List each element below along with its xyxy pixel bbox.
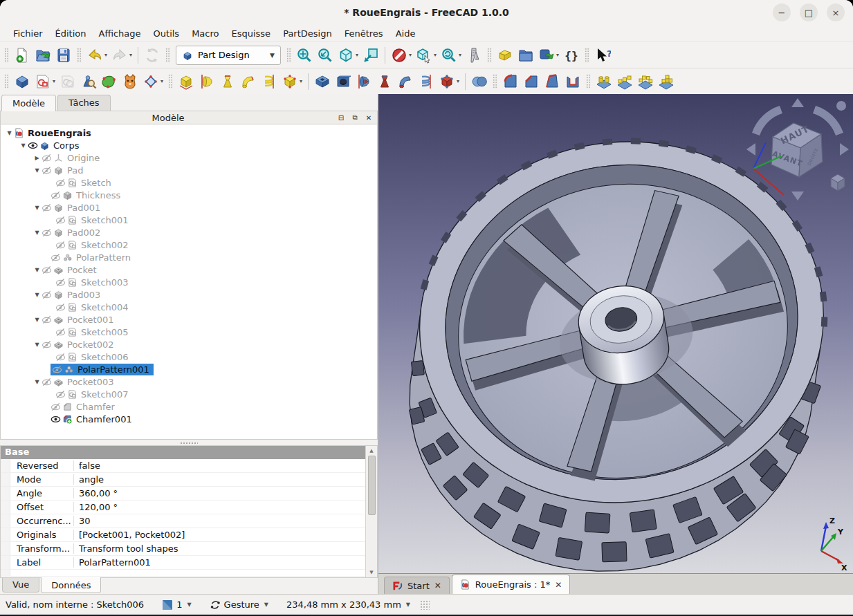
- expander-icon[interactable]: ▼: [33, 267, 42, 273]
- thickness-button[interactable]: [562, 71, 583, 92]
- whats-this-button[interactable]: ?: [592, 45, 613, 66]
- menu-outils[interactable]: Outils: [147, 26, 186, 41]
- tab-start[interactable]: Start ✕: [384, 577, 450, 594]
- fit-selection-button[interactable]: [315, 45, 336, 66]
- navigation-style-selector[interactable]: Gesture ▼: [210, 599, 268, 610]
- menu-affichage[interactable]: Affichage: [92, 26, 147, 41]
- property-value[interactable]: PolarPattern001: [74, 557, 365, 568]
- workbench-selector[interactable]: Part Design ▼: [176, 46, 281, 65]
- tree-item-pad001[interactable]: ▼Pad001: [1, 201, 377, 214]
- polar-pattern-button[interactable]: [635, 71, 656, 92]
- toolbar-grip[interactable]: [165, 48, 170, 63]
- isometric-view-button[interactable]: [336, 45, 356, 66]
- tree-item-pad002[interactable]: ▼Pad002: [1, 226, 377, 239]
- subtractive-pipe-button[interactable]: [395, 71, 416, 92]
- dock-shade-button[interactable]: ⊟: [336, 113, 347, 122]
- tree-item-polarpattern[interactable]: PolarPattern: [1, 251, 377, 263]
- menu-edition[interactable]: Édition: [49, 26, 93, 41]
- expander-icon[interactable]: ▼: [33, 379, 42, 385]
- tree-item-corps[interactable]: ▼Corps: [1, 139, 377, 151]
- menu-macro[interactable]: Macro: [185, 26, 225, 41]
- pad-button[interactable]: [176, 71, 196, 92]
- property-scrollbar[interactable]: ▲ ▼: [365, 446, 377, 577]
- hole-button[interactable]: [333, 71, 354, 92]
- scroll-down-icon[interactable]: ▼: [369, 568, 373, 577]
- tree-item-thickness[interactable]: Thickness: [1, 189, 377, 201]
- property-value[interactable]: angle: [74, 474, 365, 485]
- layer-selector[interactable]: 1 ▼: [162, 599, 191, 610]
- undo-dropdown[interactable]: ▾: [104, 52, 107, 58]
- refresh-button[interactable]: [142, 45, 163, 66]
- menu-aide[interactable]: Aide: [389, 26, 422, 41]
- subtractive-primitive-button[interactable]: [437, 71, 457, 92]
- tree-item-sketch005[interactable]: Sketch005: [1, 326, 377, 338]
- additive-primitive-dropdown[interactable]: ▾: [300, 78, 302, 84]
- tab-vue[interactable]: Vue: [2, 578, 39, 592]
- datum-dropdown[interactable]: ▾: [160, 78, 163, 84]
- tree-item-pocket003[interactable]: ▼Pocket003: [1, 375, 377, 388]
- view-dropdown[interactable]: ▾: [356, 52, 358, 58]
- property-group-header[interactable]: Base: [1, 446, 365, 459]
- expander-icon[interactable]: ▼: [33, 317, 42, 323]
- make-link-button[interactable]: [536, 45, 557, 66]
- tree-item-pad003[interactable]: ▼Pad003: [1, 288, 377, 301]
- tree-item-document[interactable]: ▼RoueEngrais: [1, 127, 377, 139]
- dock-float-button[interactable]: ⧉: [349, 113, 360, 122]
- edit-sketch-button[interactable]: [57, 71, 78, 92]
- linear-pattern-button[interactable]: [614, 71, 635, 92]
- dock-splitter[interactable]: [0, 440, 378, 445]
- rotate-left-arrow[interactable]: [752, 106, 782, 136]
- undo-button[interactable]: [84, 45, 105, 66]
- mirrored-button[interactable]: [594, 71, 614, 92]
- toolbar-grip[interactable]: [286, 48, 291, 63]
- tree-item-pad[interactable]: ▼Pad: [1, 164, 377, 176]
- tree-item-sketch003[interactable]: Sketch003: [1, 276, 377, 288]
- go-to-linked-object-button[interactable]: [360, 45, 381, 66]
- property-value[interactable]: 30: [74, 516, 365, 526]
- multitransform-button[interactable]: [656, 71, 677, 92]
- toolbar-grip[interactable]: [4, 48, 9, 63]
- draw-style-dropdown[interactable]: ▾: [434, 52, 437, 58]
- tab-roueengrais[interactable]: RoueEngrais : 1* ✕: [452, 575, 571, 594]
- create-shapebinder-button[interactable]: [120, 71, 140, 92]
- tab-close-icon[interactable]: ✕: [555, 580, 562, 590]
- expander-icon[interactable]: ▼: [33, 292, 42, 298]
- 3d-view-container[interactable]: HAUT AVANT DROITE: [378, 94, 853, 573]
- revolution-button[interactable]: [196, 71, 217, 92]
- tilt-down-arrow[interactable]: [791, 192, 804, 200]
- rotate-view-dropdown[interactable]: ▾: [459, 52, 461, 58]
- additive-pipe-button[interactable]: [238, 71, 259, 92]
- rotate-view-button[interactable]: [439, 45, 459, 66]
- expander-icon[interactable]: ▼: [19, 142, 28, 149]
- scrollbar-thumb[interactable]: [368, 456, 376, 515]
- dock-close-button[interactable]: ✕: [363, 113, 374, 122]
- scroll-up-icon[interactable]: ▲: [369, 446, 373, 456]
- draw-style-button[interactable]: [414, 45, 434, 66]
- minimize-button[interactable]: −: [773, 3, 791, 21]
- subtractive-loft-button[interactable]: [374, 71, 395, 92]
- tree-item-pocket002[interactable]: ▼Pocket002: [1, 338, 377, 351]
- expander-icon[interactable]: ▼: [33, 342, 42, 348]
- property-value[interactable]: Transform tool shapes: [74, 543, 365, 554]
- create-group-button[interactable]: [515, 45, 536, 66]
- pan-left-arrow[interactable]: [746, 143, 755, 156]
- tree-item-sketch001[interactable]: Sketch001: [1, 214, 377, 226]
- property-value[interactable]: 120,00 °: [74, 502, 365, 512]
- freecad-nav-dot[interactable]: [836, 101, 846, 111]
- navigation-cube[interactable]: HAUT AVANT DROITE: [745, 97, 850, 202]
- model-tree[interactable]: ▼RoueEngrais ▼Corps ▶Origine ▼Pad Sketch…: [0, 124, 378, 440]
- validate-sketch-button[interactable]: [78, 71, 99, 92]
- expression-editor-button[interactable]: {}: [561, 45, 582, 66]
- toolbar-grip[interactable]: [585, 48, 589, 63]
- tree-item-pocket[interactable]: ▼Pocket: [1, 263, 377, 276]
- tab-close-icon[interactable]: ✕: [434, 581, 441, 590]
- groove-button[interactable]: [354, 71, 374, 92]
- chamfer-button[interactable]: [521, 71, 542, 92]
- additive-helix-button[interactable]: [259, 71, 279, 92]
- tree-item-sketch004[interactable]: Sketch004: [1, 301, 377, 313]
- measure-button[interactable]: [464, 45, 484, 66]
- tab-modele[interactable]: Modèle: [1, 95, 56, 111]
- property-value[interactable]: false: [74, 460, 365, 471]
- toolbar-grip[interactable]: [168, 74, 173, 89]
- expander-icon[interactable]: ▼: [33, 230, 42, 236]
